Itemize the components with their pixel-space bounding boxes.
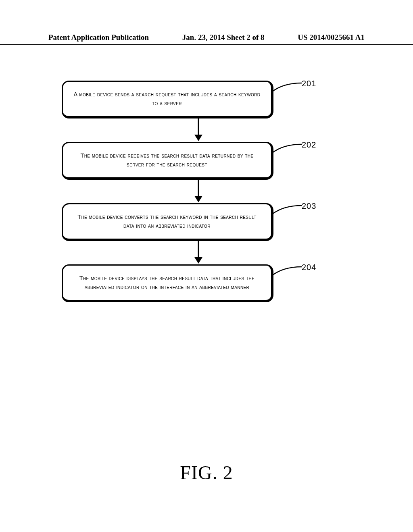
leader-line bbox=[271, 81, 303, 94]
flow-step: 202 The mobile device receives the searc… bbox=[0, 142, 413, 180]
flow-step: 203 The mobile device converts the searc… bbox=[0, 203, 413, 241]
step-box: The mobile device displays the search re… bbox=[62, 264, 273, 302]
leader-line bbox=[271, 265, 303, 277]
flow-arrow bbox=[62, 241, 273, 264]
leader-line bbox=[271, 143, 303, 155]
header-sheet: Jan. 23, 2014 Sheet 2 of 8 bbox=[149, 33, 298, 42]
step-ref: 203 bbox=[302, 202, 316, 211]
figure-label: FIG. 2 bbox=[0, 461, 413, 484]
header-docnum: US 2014/0025661 A1 bbox=[298, 33, 365, 42]
flow-arrow bbox=[62, 180, 273, 203]
step-box: A mobile device sends a search request t… bbox=[62, 81, 273, 118]
flow-step: 204 The mobile device displays the searc… bbox=[0, 264, 413, 302]
svg-marker-5 bbox=[194, 257, 202, 264]
svg-marker-3 bbox=[194, 196, 202, 202]
flow-arrow bbox=[62, 118, 273, 142]
step-ref: 204 bbox=[302, 263, 316, 272]
leader-line bbox=[271, 204, 303, 216]
step-box: The mobile device converts the search ke… bbox=[62, 203, 273, 241]
svg-marker-1 bbox=[194, 135, 202, 141]
step-ref: 202 bbox=[302, 140, 316, 150]
page-header: Patent Application Publication Jan. 23, … bbox=[0, 33, 413, 45]
header-publication: Patent Application Publication bbox=[48, 33, 149, 42]
step-ref: 201 bbox=[302, 79, 316, 88]
flowchart: 201 A mobile device sends a search reque… bbox=[0, 81, 413, 302]
flow-step: 201 A mobile device sends a search reque… bbox=[0, 81, 413, 118]
step-box: The mobile device receives the search re… bbox=[62, 142, 273, 180]
